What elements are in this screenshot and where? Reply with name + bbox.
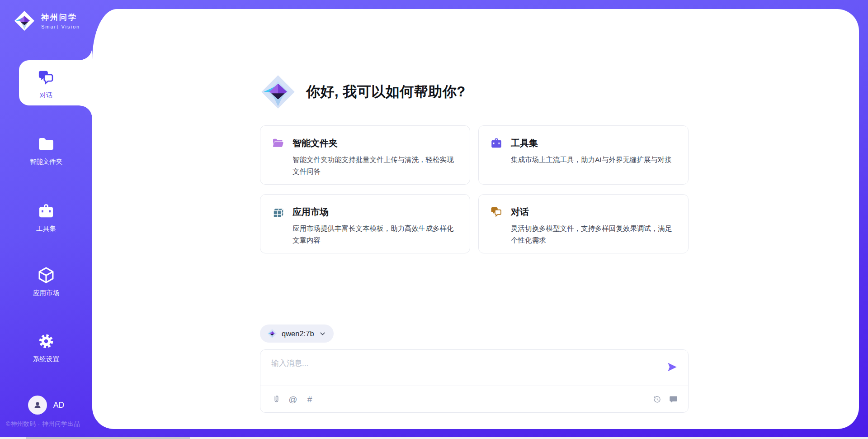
sidebar-item-app-market[interactable]: 应用市场 [0,266,92,297]
card-description: 应用市场提供丰富长文本模板，助力高效生成多样化文章内容 [292,223,459,246]
card-title: 应用市场 [292,206,459,218]
card-description: 智能文件夹功能支持批量文件上传与清洗，轻松实现文件问答 [292,154,459,177]
folder-icon [37,134,56,153]
card-toolset[interactable]: 工具集 集成市场上主流工具，助力AI与外界无缝扩展与对接 [478,125,689,185]
chat-icon [37,68,56,87]
horizontal-scrollbar-thumb[interactable] [26,437,190,439]
card-app-market[interactable]: 应用市场 应用市场提供丰富长文本模板，助力高效生成多样化文章内容 [260,194,470,253]
copyright-footer: ©神州数码 · 神州问学出品 [6,420,80,428]
avatar [28,396,47,415]
attachment-button[interactable] [271,394,281,404]
send-icon[interactable] [666,361,678,373]
sidebar-item-smart-folder[interactable]: 智能文件夹 [0,134,92,166]
model-name: qwen2:7b [282,329,314,338]
sidebar-item-chat[interactable]: 对话 [0,68,92,100]
card-title: 对话 [511,206,677,218]
card-title: 工具集 [511,137,672,149]
hash-button[interactable]: # [305,394,315,404]
user-label: AD [53,401,64,410]
brand-name-en: Smart Vision [41,24,80,29]
brand: 神州问学 Smart Vision [14,10,80,32]
sidebar-item-label: 对话 [40,91,53,100]
card-chat[interactable]: 对话 灵活切换多模型文件，支持多样回复效果调试，满足个性化需求 [478,194,689,253]
chevron-down-icon [319,330,326,338]
history-icon [652,395,662,404]
sidebar-item-toolset[interactable]: 工具集 [0,201,92,233]
feature-cards: 智能文件夹 智能文件夹功能支持批量文件上传与清洗，轻松实现文件问答 工具集 集成… [260,125,689,253]
model-gem-icon [267,329,277,339]
message-composer: @ # [260,349,689,413]
comment-icon [669,395,678,404]
chat-icon [490,205,503,219]
main-panel: 你好, 我可以如何帮助你? 智能文件夹 智能文件夹功能支持批量文件上传与清洗，轻… [92,9,859,429]
sidebar-item-label: 系统设置 [33,355,59,363]
greeting: 你好, 我可以如何帮助你? [260,74,466,110]
card-description: 灵活切换多模型文件，支持多样回复效果调试，满足个性化需求 [511,223,677,246]
cube-icon [37,266,56,285]
card-description: 集成市场上主流工具，助力AI与外界无缝扩展与对接 [511,154,672,166]
history-button[interactable] [652,394,662,404]
sidebar-item-label: 智能文件夹 [30,157,63,166]
sidebar-item-settings[interactable]: 系统设置 [0,332,92,363]
brand-name-cn: 神州问学 [41,12,80,23]
sidebar-item-label: 应用市场 [33,289,59,297]
person-icon [32,400,43,410]
greeting-gem-icon [260,74,296,110]
mention-icon: @ [288,395,297,404]
mention-button[interactable]: @ [288,394,298,404]
user-account[interactable]: AD [0,396,92,415]
sidebar-item-label: 工具集 [36,224,56,233]
message-input[interactable] [271,358,666,368]
gear-icon [37,332,56,351]
paperclip-icon [272,395,281,404]
new-chat-button[interactable] [668,394,678,404]
card-title: 智能文件夹 [292,137,459,149]
hash-icon: # [307,395,312,404]
card-smart-folder[interactable]: 智能文件夹 智能文件夹功能支持批量文件上传与清洗，轻松实现文件问答 [260,125,470,185]
toolbox-icon [37,201,56,220]
open-folder-icon [271,136,285,150]
briefcase-icon [490,136,503,150]
grid-cube-icon [271,205,285,219]
greeting-title: 你好, 我可以如何帮助你? [306,82,466,101]
brand-gem-icon [14,10,35,32]
horizontal-scrollbar[interactable] [0,437,868,439]
model-selector[interactable]: qwen2:7b [260,324,334,343]
